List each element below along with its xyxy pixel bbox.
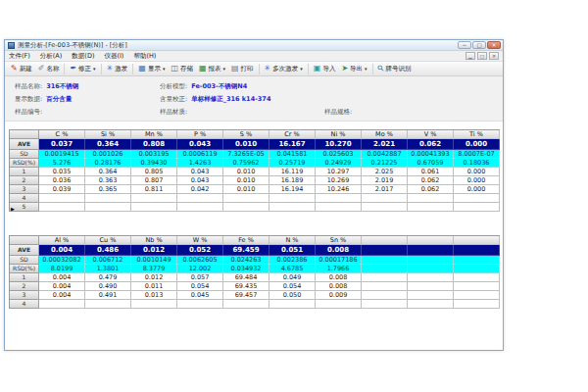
row-header[interactable]: 3 [10,291,39,300]
cell[interactable] [362,194,408,203]
cell[interactable]: 69.457 [223,291,270,300]
cell[interactable] [85,203,131,212]
minimize-icon[interactable]: ─ [458,41,471,49]
cell[interactable]: 10.246 [316,185,362,194]
cell[interactable]: 16.119 [270,168,316,176]
cell[interactable]: 0.011 [131,282,177,291]
cell[interactable]: 0.049 [270,273,316,282]
cell[interactable]: 0.035 [39,168,85,176]
row-header[interactable]: RSD(%) [10,159,39,168]
cell[interactable] [85,300,131,309]
cell[interactable]: 0.000 [454,176,500,185]
row-header[interactable]: SD [10,256,39,265]
cell[interactable] [39,194,85,203]
cell[interactable]: 0.365 [85,185,131,194]
cell[interactable]: 0.67059 [408,159,454,168]
cell[interactable] [408,265,454,273]
cell[interactable] [454,282,500,291]
cell[interactable]: 1.3801 [85,265,131,273]
cell[interactable]: 0.034932 [223,265,270,273]
cell[interactable]: 0.006712 [85,256,131,265]
cell[interactable]: 0.0042887 [362,150,408,159]
cell[interactable] [408,245,454,256]
cell[interactable]: 0.490 [85,282,131,291]
cell[interactable] [39,203,85,212]
cell[interactable]: 0.00041393 [408,150,454,159]
cell[interactable] [454,291,500,300]
cell[interactable]: 0.479 [85,273,131,282]
cell[interactable]: 0.25719 [270,159,316,168]
excite-button[interactable]: ✳激发 [104,64,131,74]
cell[interactable]: 5.276 [39,159,85,168]
title-bar[interactable]: 测量分析-[Fe-003-不锈钢(N)] - [分析] ─ ▢ ✕ [5,40,503,51]
close-icon[interactable]: ✕ [487,41,501,49]
cell[interactable] [362,300,408,309]
cell[interactable]: 0.051 [270,245,316,256]
cell[interactable] [408,203,454,212]
mdi-minimize-icon[interactable]: ▁ [466,52,475,60]
cell[interactable]: 0.024263 [223,256,270,265]
cell[interactable]: 12.002 [177,265,223,273]
cell[interactable]: 0.008 [316,273,362,282]
cell[interactable] [408,291,454,300]
cell[interactable]: 0.050 [270,291,316,300]
cell[interactable] [454,245,500,256]
row-header[interactable]: AVE [10,245,39,256]
cell[interactable] [408,273,454,282]
cell[interactable]: 1.4263 [177,159,223,168]
cell[interactable]: 10.270 [316,139,362,150]
row-header[interactable]: 2 [10,282,39,291]
cell[interactable]: 0.364 [85,168,131,176]
report-button[interactable]: ▦报表▾ [196,64,228,74]
cell[interactable] [270,300,316,309]
cell[interactable]: 10.269 [316,176,362,185]
menu-item[interactable]: 仪器(I) [104,52,123,61]
cell[interactable] [316,203,362,212]
cell[interactable] [39,300,85,309]
row-header[interactable]: ▶5 [10,203,39,212]
cell[interactable] [362,265,408,273]
cell[interactable]: 0.036 [39,176,85,185]
cell[interactable]: 1.7966 [316,265,362,273]
cell[interactable]: 16.194 [270,185,316,194]
cell[interactable] [270,194,316,203]
cell[interactable]: 8.0199 [39,265,85,273]
cell[interactable]: 0.061 [408,168,454,176]
cell[interactable]: 2.019 [362,176,408,185]
row-header[interactable]: 1 [10,168,39,176]
menu-item[interactable]: 帮助(H) [133,52,156,61]
import-button[interactable]: ▣导入 [311,64,339,74]
cell[interactable] [362,245,408,256]
cell[interactable] [362,203,408,212]
cell[interactable]: 7.3265E-05 [223,150,270,159]
cell[interactable]: 0.054 [270,282,316,291]
cell[interactable] [223,194,270,203]
cell[interactable] [177,203,223,212]
cell[interactable]: 69.459 [223,245,270,256]
cell[interactable]: 0.062 [408,139,454,150]
cell[interactable] [454,265,500,273]
cell[interactable]: 8.3779 [131,265,177,273]
menu-item[interactable]: 数据(D) [72,52,94,61]
cell[interactable]: 0.003195 [131,150,177,159]
cell[interactable]: 0.010 [223,139,270,150]
cell[interactable]: 0.043 [177,139,223,150]
mdi-restore-icon[interactable]: ◻ [477,52,487,60]
multi-excite-button[interactable]: ✳多次激发▾ [262,64,306,74]
cell[interactable] [408,300,454,309]
cell[interactable]: 10.297 [316,168,362,176]
row-header[interactable]: 2 [10,176,39,185]
cell[interactable]: 0.491 [85,291,131,300]
cell[interactable]: 0.21225 [362,159,408,168]
cell[interactable] [316,194,362,203]
cell[interactable]: 0.00032082 [39,256,85,265]
cell[interactable] [177,300,223,309]
cell[interactable]: 0.025603 [316,150,362,159]
cell[interactable]: 2.021 [362,139,408,150]
cell[interactable]: 0.008 [316,245,362,256]
cell[interactable]: 0.062 [408,176,454,185]
grade-id-button[interactable]: ⚲牌号识别 [375,64,415,74]
cell[interactable] [131,300,177,309]
cell[interactable] [223,203,270,212]
row-header[interactable]: SD [10,150,39,159]
